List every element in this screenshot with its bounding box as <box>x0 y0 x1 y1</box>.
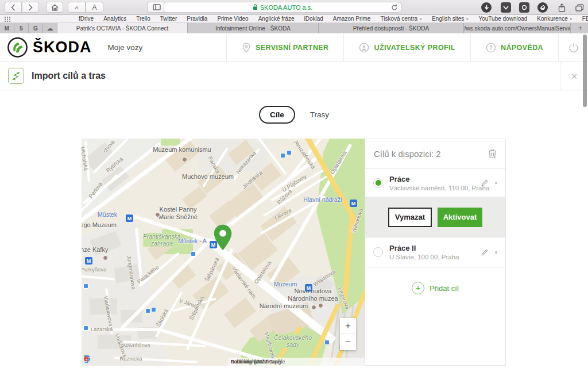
destination-radio[interactable] <box>373 178 383 188</box>
browser-tab[interactable]: Infotainment Online - ŠKODA <box>188 23 319 33</box>
edit-icon[interactable] <box>481 179 489 187</box>
bookmark-item[interactable]: Amazon Prime <box>333 16 371 22</box>
bookmark-item[interactable]: Tisková centra∨ <box>380 16 422 22</box>
refresh-icon[interactable] <box>391 4 398 11</box>
home-icon <box>51 4 59 11</box>
brand[interactable]: ŠKODA <box>0 37 92 58</box>
browser-toolbar: A A SKODA AUTO a.s. <box>0 0 588 15</box>
poi-dot-icon <box>155 212 160 217</box>
tab-destinations[interactable]: Cíle <box>259 106 295 124</box>
zoom-out-button[interactable]: − <box>340 334 356 350</box>
map-label-poi: Franze Kafky <box>82 246 108 254</box>
bookmark-item[interactable]: Pravidla <box>187 16 207 22</box>
import-route-icon <box>8 68 24 84</box>
browser-tab[interactable]: Přehled dostupnosti - ŠKODA <box>319 23 464 33</box>
browser-tab[interactable]: Patrik's OCTAVIA - ŠKODA Connect <box>57 23 188 33</box>
map-label-street: chova <box>102 139 117 154</box>
map-label-street: Školská <box>155 308 169 328</box>
edit-icon[interactable] <box>481 248 489 256</box>
metro-icon: M <box>305 284 312 292</box>
bookmark-item[interactable]: Anglické fráze <box>258 16 295 22</box>
tab-bar: M5G☁Patrik's OCTAVIA - ŠKODA ConnectInfo… <box>0 23 588 33</box>
forward-button[interactable] <box>22 2 39 13</box>
destination-row[interactable]: Práce II U Slavie, 100 00, Praha <box>365 237 505 267</box>
bookmark-item[interactable]: Trello <box>136 16 150 22</box>
poi-dot-icon <box>182 157 187 162</box>
menu-my-cars[interactable]: Moje vozy <box>108 43 143 52</box>
trash-icon[interactable] <box>488 149 497 159</box>
new-tab-button[interactable]: + <box>578 24 582 32</box>
back-button[interactable] <box>5 2 22 13</box>
tab-routes[interactable]: Trasy <box>310 110 329 119</box>
download-extension-icon[interactable] <box>481 2 492 13</box>
map-canvas[interactable]: Muzeum komunismuMuchovo muzeumKostel Pan… <box>82 139 365 366</box>
import-bar: Import cílů a tras × <box>0 62 588 90</box>
map-label-street: Purkyňova <box>82 267 106 273</box>
map-label-street: Opletalova <box>329 150 348 175</box>
destination-pin-icon[interactable] <box>213 224 233 251</box>
skoda-logo-icon <box>7 37 28 58</box>
chevron-extension-icon[interactable] <box>501 2 511 13</box>
bookmark-item[interactable]: fDrive <box>79 16 94 22</box>
camera-extension-icon[interactable] <box>519 2 529 13</box>
pinned-tab[interactable]: 5 <box>14 23 29 33</box>
bookmark-item[interactable]: FB URL Repair <box>582 16 588 22</box>
map-label-metro: Muzeum <box>274 281 297 288</box>
map-label-metro: Můstek <box>98 211 117 218</box>
nav-help[interactable]: ? NÁPOVĚDA <box>470 33 558 62</box>
nav-service-partner[interactable]: SERVISNÍ PARTNER <box>226 33 344 62</box>
destination-address: U Slavie, 100 00, Praha <box>389 254 459 260</box>
panel-header: Cílů k dispozici: 2 <box>365 139 505 169</box>
favorites-grid-icon[interactable] <box>5 17 11 22</box>
attribution-report-link[interactable]: Nahlásit chybu v mapě <box>231 359 280 365</box>
swirl-extension-icon[interactable] <box>537 2 548 13</box>
nav-label: UŽIVATELSKÝ PROFIL <box>374 44 455 52</box>
transit-stop-icon <box>83 283 88 289</box>
bookmark-item[interactable]: Prime Video <box>217 16 248 22</box>
chevron-down-icon: ∨ <box>466 17 469 21</box>
more-dot-icon[interactable] <box>495 251 497 254</box>
activate-button[interactable]: Aktivovat <box>438 208 482 227</box>
font-smaller-button[interactable]: A <box>68 2 86 13</box>
destination-row[interactable]: Práce Václavské náměstí, 110 00, Praha <box>365 169 505 197</box>
destination-radio[interactable] <box>373 247 383 257</box>
bookmark-item[interactable]: Twitter <box>160 16 177 22</box>
user-icon <box>359 43 369 53</box>
add-destination-button[interactable]: + Přidat cíl <box>365 267 505 294</box>
help-icon: ? <box>486 43 496 53</box>
zoom-in-button[interactable]: + <box>340 318 356 334</box>
map-label-street: Wilsonova <box>351 208 365 233</box>
poi-dot-icon <box>318 303 323 308</box>
more-dot-icon[interactable] <box>495 182 497 184</box>
map-label-street: Růžová <box>276 189 294 206</box>
destinations-count: Cílů k dispozici: 2 <box>374 149 441 159</box>
page-scrollbar[interactable] <box>583 34 587 107</box>
bookmark-item[interactable]: iDoklad <box>304 16 323 22</box>
pinned-tab[interactable]: ☁ <box>43 23 57 33</box>
share-button[interactable] <box>556 2 567 13</box>
bookmark-item[interactable]: English sites∨ <box>432 16 469 22</box>
map-label-park: Čelakovského sady <box>274 334 312 348</box>
font-larger-button[interactable]: A <box>86 2 103 13</box>
bookmark-item[interactable]: YouTube download <box>478 16 527 22</box>
lock-icon <box>253 4 258 10</box>
tabs-icon <box>575 4 584 12</box>
pinned-tab[interactable]: M <box>0 23 14 33</box>
pinned-tab[interactable]: G <box>29 23 43 33</box>
address-bar[interactable]: SKODA AUTO a.s. <box>164 2 401 13</box>
home-button[interactable] <box>46 2 63 13</box>
bookmark-item[interactable]: Konkurence∨ <box>537 16 572 22</box>
map-label-metro: Můstek - A <box>178 237 207 244</box>
bookmark-item[interactable]: Analytics <box>103 16 126 22</box>
transit-stop-icon <box>151 307 156 312</box>
tab-overview-button[interactable] <box>574 2 585 13</box>
close-icon: × <box>571 70 577 83</box>
nav-user-profile[interactable]: UŽIVATELSKÝ PROFIL <box>343 33 470 62</box>
map-label-street: Palackého <box>136 264 160 285</box>
transit-stop-icon <box>83 325 88 331</box>
poi-dot-icon <box>311 305 316 310</box>
browser-tab[interactable]: https://ws.skoda-auto.com/OwnersManualSe… <box>464 23 571 33</box>
clear-button[interactable]: Vymazat <box>388 208 432 227</box>
transit-stop-icon <box>191 251 196 256</box>
down-arrow-icon <box>484 5 489 10</box>
